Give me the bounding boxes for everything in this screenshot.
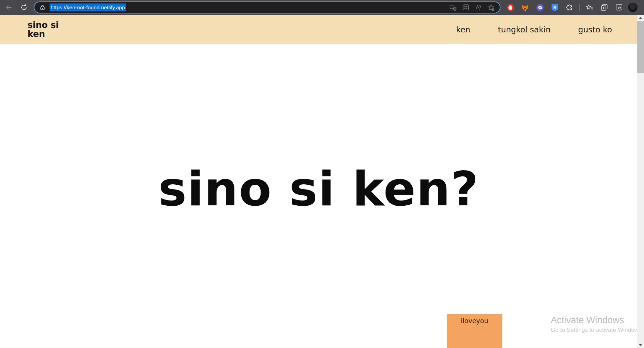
apps-grid-icon[interactable] [462, 4, 469, 11]
collections-icon[interactable] [599, 2, 610, 13]
phantom-extension-icon[interactable] [534, 2, 546, 13]
refresh-icon [20, 4, 28, 11]
nav-link-tungkol-sakin[interactable]: tungkol sakin [498, 25, 550, 34]
scroll-down-arrow[interactable] [637, 342, 644, 348]
svg-text:R: R [553, 5, 556, 10]
iloveyou-card: iloveyou [447, 314, 502, 348]
read-aloud-icon[interactable] [475, 4, 482, 11]
nav-link-ken[interactable]: ken [456, 25, 470, 34]
browser-toolbar: https://ken-not-found.netlify.app [0, 0, 644, 15]
address-bar-actions [449, 2, 495, 13]
add-favorite-star-icon[interactable] [487, 4, 495, 11]
scroll-up-arrow[interactable] [637, 15, 644, 21]
svg-text:e: e [618, 5, 621, 10]
toolbar-divider [579, 4, 580, 11]
url-input[interactable]: https://ken-not-found.netlify.app [50, 3, 126, 11]
iloveyou-text: iloveyou [461, 317, 488, 325]
profile-avatar[interactable] [628, 3, 637, 12]
back-button[interactable] [3, 2, 14, 13]
site-logo[interactable]: sino si ken [28, 21, 69, 39]
ronin-wallet-extension-icon[interactable]: R [549, 2, 560, 13]
watermark-subtitle: Go to Settings to activate Windows. [551, 327, 643, 334]
page-title: sino si ken? [0, 161, 637, 217]
activate-windows-watermark: Activate Windows Go to Settings to activ… [551, 315, 643, 334]
metamask-extension-icon[interactable] [519, 2, 531, 13]
toolbar-extensions-area: R e [500, 0, 637, 15]
refresh-button[interactable] [18, 2, 30, 13]
send-to-devices-icon[interactable] [449, 4, 457, 11]
blocksite-extension-icon[interactable] [505, 2, 516, 13]
extensions-puzzle-icon[interactable] [564, 2, 575, 13]
browser-essentials-icon[interactable]: e [613, 2, 625, 13]
address-bar[interactable]: https://ken-not-found.netlify.app [34, 2, 500, 13]
favorites-bar-icon[interactable] [584, 2, 595, 13]
lock-icon[interactable] [40, 5, 45, 10]
site-navbar: sino si ken ken tungkol sakin gusto ko [0, 15, 644, 44]
scrollbar-thumb[interactable] [637, 21, 644, 73]
webpage: sino si ken ken tungkol sakin gusto ko s… [0, 15, 644, 348]
nav-link-gusto-ko[interactable]: gusto ko [578, 25, 612, 34]
vertical-scrollbar[interactable] [637, 15, 644, 348]
site-nav-links: ken tungkol sakin gusto ko [456, 15, 612, 44]
watermark-title: Activate Windows [551, 315, 643, 326]
back-arrow-icon [5, 4, 12, 11]
